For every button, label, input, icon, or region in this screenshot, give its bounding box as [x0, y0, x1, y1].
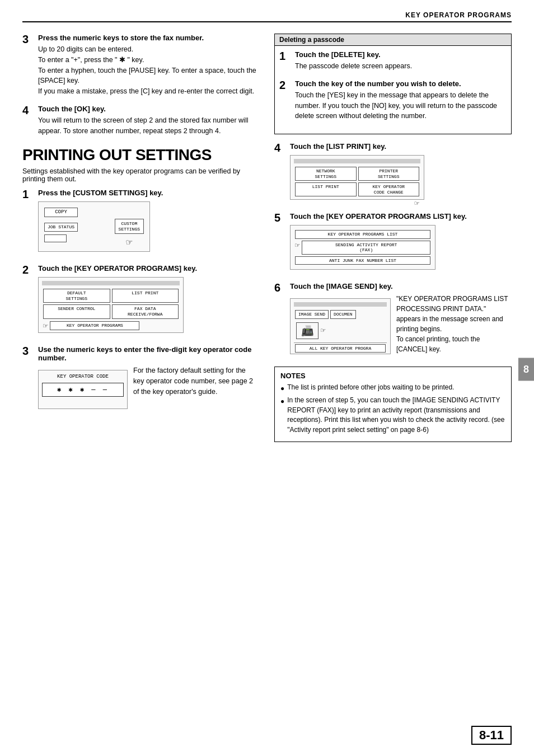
diag-fax-icon: 📠 — [296, 322, 318, 339]
ps-step-2-number: 2 — [22, 264, 34, 337]
diag-anti-junk: ANTI JUNK FAX NUMBER LIST — [295, 256, 430, 265]
step-4-body: You will return to the screen of step 2 … — [38, 115, 257, 137]
ps-step-4-title: Touch the [LIST PRINT] key. — [290, 142, 424, 151]
passcode-box-content: 1 Touch the [DELETE] key. The passcode d… — [275, 46, 511, 134]
dp-step-2-body: Touch the [YES] key in the message that … — [295, 90, 507, 121]
cursor-icon-3: ☞ — [415, 199, 419, 208]
step-4-content: Touch the [OK] key. You will return to t… — [38, 105, 257, 137]
diag-network-settings: NETWORKSETTINGS — [295, 167, 357, 181]
diagram-list-print: NETWORKSETTINGS PRINTERSETTINGS LIST PRI… — [290, 155, 424, 200]
cursor-icon-5: ☞ — [321, 326, 325, 335]
cursor-icon-2: ☞ — [43, 321, 48, 331]
notes-item-2-text: In the screen of step 5, you can touch t… — [287, 396, 505, 435]
ps-step-5: 5 Touch the [KEY OPERATOR PROGRAMS LIST]… — [274, 212, 512, 274]
dp-step-1: 1 Touch the [DELETE] key. The passcode d… — [279, 50, 507, 72]
step-3-content: Press the numeric keys to store the fax … — [38, 34, 257, 97]
notes-title: NOTES — [280, 372, 505, 380]
diag-kop-btn: KEY OPERATOR PROGRAMS — [50, 321, 139, 330]
diag-list-print-small: LIST PRINT — [112, 289, 179, 303]
dp-step-2-content: Touch the key of the number you wish to … — [295, 79, 507, 121]
step-4-ok: 4 Touch the [OK] key. You will return to… — [22, 105, 257, 137]
dp-step-1-body: The passcode delete screen appears. — [295, 61, 412, 72]
diag-kop-programs-list: KEY OPERATOR PROGRAMS LIST — [295, 230, 430, 239]
section-title-printing: PRINTING OUT SETTINGS — [22, 146, 257, 164]
step-4-title: Touch the [OK] key. — [38, 105, 257, 113]
diag-list-print-big: LIST PRINT — [295, 182, 357, 196]
ps-step-6-title: Touch the [IMAGE SEND] key. — [290, 282, 512, 290]
diagram-image-send: IMAGE SEND DOCUMEN 📠 ☞ ALL KEY OPERATOR … — [290, 298, 391, 354]
section-desc: Settings established with the key operat… — [22, 167, 257, 183]
diag-sender-control: SENDER CONTROL — [43, 304, 110, 318]
notes-box: NOTES ● The list is printed before other… — [274, 367, 512, 442]
step-3-fax: 3 Press the numeric keys to store the fa… — [22, 34, 257, 97]
ps-step-3-number: 3 — [22, 345, 34, 414]
ps-step-4: 4 Touch the [LIST PRINT] key. NETWORKSET… — [274, 142, 512, 204]
section-badge: 8 — [518, 358, 534, 381]
page: KEY OPERATOR PROGRAMS 3 Press the numeri… — [0, 0, 534, 756]
dp-step-2-title: Touch the key of the number you wish to … — [295, 79, 507, 88]
page-header: KEY OPERATOR PROGRAMS — [22, 11, 512, 22]
dp-step-2-number: 2 — [279, 79, 291, 121]
diag-kop-code-change: KEY OPERATORCODE CHANGE — [358, 182, 420, 196]
ps-step-6-number: 6 — [274, 282, 285, 359]
diag-top-bar-2 — [294, 159, 420, 163]
diag-job-status-btn: JOB STATUS — [44, 223, 78, 232]
ps-step-4-content: Touch the [LIST PRINT] key. NETWORKSETTI… — [290, 142, 424, 204]
ps-step-2-content: Touch the [KEY OPERATOR PROGRAMS] key. D… — [38, 264, 197, 337]
diag-top-bar — [42, 281, 180, 285]
dp-step-1-content: Touch the [DELETE] key. The passcode del… — [295, 50, 412, 72]
ps-step-5-number: 5 — [274, 212, 285, 274]
ps-step-1: 1 Press the [CUSTOM SETTINGS] key. COPY … — [22, 189, 257, 256]
ps-step-6-content: Touch the [IMAGE SEND] key. IMAGE SEND D… — [290, 282, 512, 359]
ps-step-3-body: For the factory default setting for the … — [133, 365, 257, 397]
header-title: KEY OPERATOR PROGRAMS — [405, 11, 512, 19]
dp-step-1-number: 1 — [279, 50, 291, 72]
diag-top-bar-3 — [294, 302, 387, 307]
bullet-1: ● — [280, 384, 284, 393]
right-column: Deleting a passcode 1 Touch the [DELETE]… — [274, 34, 512, 442]
diag-job-status-small — [44, 234, 67, 242]
ps-step-6-body: "KEY OPERATOR PROGRAMS LIST PROCESSING P… — [396, 294, 512, 354]
step-4-number: 4 — [22, 105, 34, 137]
ps-step-3-content: Use the numeric keys to enter the five-d… — [38, 345, 257, 414]
ps-step-3-title: Use the numeric keys to enter the five-d… — [38, 345, 257, 362]
diag-default-settings: DEFAULTSETTINGS — [43, 289, 110, 303]
diag-code-value: ✱ ✱ ✱ — — — [42, 383, 124, 397]
dp-step-2: 2 Touch the key of the number you wish t… — [279, 79, 507, 121]
bullet-2: ● — [280, 397, 284, 435]
passcode-box-title: Deleting a passcode — [275, 34, 511, 46]
dp-step-1-title: Touch the [DELETE] key. — [295, 50, 412, 59]
notes-item-1: ● The list is printed before other jobs … — [280, 383, 505, 393]
ps-step-1-title: Press the [CUSTOM SETTINGS] key. — [38, 189, 163, 197]
diagram-code-entry: KEY OPERATOR CODE ✱ ✱ ✱ — — — [38, 370, 128, 409]
diag-document-btn: DOCUMEN — [330, 310, 356, 319]
cursor-icon: ☞ — [126, 236, 132, 248]
page-number: 8-11 — [471, 726, 512, 745]
diag-code-label: KEY OPERATOR CODE — [42, 374, 124, 379]
left-column: 3 Press the numeric keys to store the fa… — [22, 34, 257, 442]
ps-step-5-content: Touch the [KEY OPERATOR PROGRAMS LIST] k… — [290, 212, 467, 274]
diagram-kop-list: KEY OPERATOR PROGRAMS LIST ☞ SENDING ACT… — [290, 225, 435, 270]
ps-step-1-number: 1 — [22, 189, 34, 256]
ps-step-5-title: Touch the [KEY OPERATOR PROGRAMS LIST] k… — [290, 212, 467, 220]
step-3-body: Up to 20 digits can be entered. To enter… — [38, 44, 257, 97]
ps-step-6: 6 Touch the [IMAGE SEND] key. IMAGE SEND… — [274, 282, 512, 359]
diag-copy-btn: COPY — [44, 208, 78, 217]
ps-step-4-number: 4 — [274, 142, 285, 204]
diag-custom-settings-btn: CUSTOMSETTINGS — [115, 219, 144, 234]
notes-item-2: ● In the screen of step 5, you can touch… — [280, 396, 505, 435]
step-3-number: 3 — [22, 34, 34, 97]
diag-image-send-btn: IMAGE SEND — [295, 310, 329, 319]
notes-item-1-text: The list is printed before other jobs wa… — [287, 383, 454, 393]
diagram-custom-settings: COPY JOB STATUS CUSTOMSETTINGS ☞ — [38, 201, 150, 252]
ps-step-2-title: Touch the [KEY OPERATOR PROGRAMS] key. — [38, 264, 197, 273]
ps-step-2: 2 Touch the [KEY OPERATOR PROGRAMS] key.… — [22, 264, 257, 337]
diag-sending-activity: SENDING ACTIVITY REPORT(FAX) — [302, 241, 430, 255]
step-3-title: Press the numeric keys to store the fax … — [38, 34, 257, 42]
main-content: 3 Press the numeric keys to store the fa… — [22, 34, 512, 442]
ps-step-3: 3 Use the numeric keys to enter the five… — [22, 345, 257, 414]
diag-fax-data: FAX DATARECEIVE/FORWA — [112, 304, 179, 318]
passcode-box: Deleting a passcode 1 Touch the [DELETE]… — [274, 34, 512, 134]
two-col-layout: 3 Press the numeric keys to store the fa… — [22, 34, 512, 442]
cursor-icon-4: ☞ — [295, 241, 299, 255]
